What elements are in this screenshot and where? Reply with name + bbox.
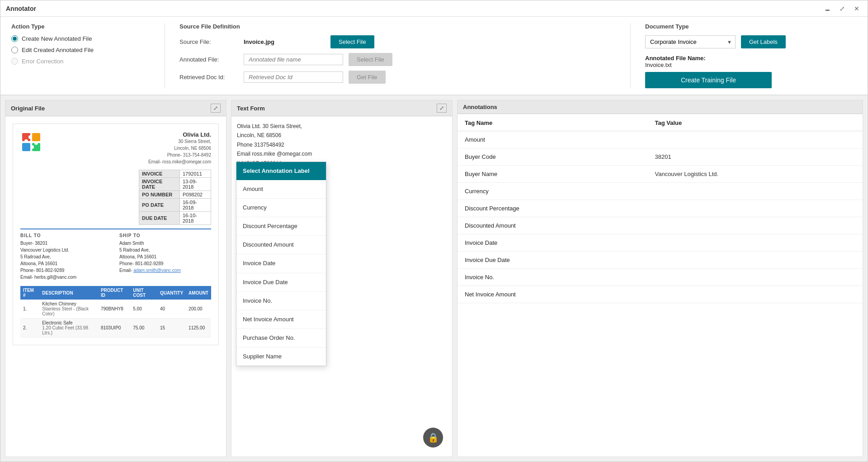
- radio-edit[interactable]: Edit Created Annotated File: [11, 47, 150, 53]
- company-info: 30 Sierra Street, Lincoln, NE 68506 Phon…: [148, 138, 211, 165]
- annotation-dropdown: Select Annotation Label Amount Currency …: [236, 162, 326, 366]
- annotation-tag-name: Buyer Code: [458, 148, 647, 166]
- radio-edit-label: Edit Created Annotated File: [22, 47, 94, 53]
- col-item: ITEM #: [20, 286, 39, 300]
- annotation-row: Buyer NameVancouver Logistics Ltd.: [458, 166, 863, 183]
- dropdown-item-invoice-due-date[interactable]: Invoice Due Date: [236, 273, 326, 292]
- annotation-row: Invoice Due Date: [458, 252, 863, 269]
- annotation-row: Discount Percentage: [458, 200, 863, 217]
- bill-to-title: BILL TO: [20, 233, 112, 238]
- get-labels-button[interactable]: Get Labels: [741, 35, 786, 48]
- annotations-table: Tag Name Tag Value AmountBuyer Code38201…: [458, 114, 863, 303]
- text-form-expand-button[interactable]: ⤢: [437, 104, 447, 113]
- maximize-button[interactable]: ⤢: [837, 4, 848, 13]
- dropdown-item-net-invoice[interactable]: Net Invoice Amount: [236, 310, 326, 329]
- dropdown-item-invoice-no[interactable]: Invoice No.: [236, 292, 326, 310]
- svg-point-4: [28, 135, 32, 139]
- text-form-panel: Text Form ⤢ Olivia Ltd. 30 Sierra Street…: [231, 100, 453, 457]
- annotation-row: Invoice Date: [458, 234, 863, 252]
- annotation-tag-name: Net Invoice Amount: [458, 286, 647, 303]
- source-file-label: Source File:: [179, 38, 238, 45]
- title-bar: Annotator 🗕 ⤢ ✕: [0, 0, 868, 17]
- dropdown-header: Select Annotation Label: [236, 162, 326, 180]
- annotations-title: Annotations: [463, 104, 497, 110]
- minimize-button[interactable]: 🗕: [821, 4, 833, 13]
- radio-error[interactable]: Error Correction: [11, 58, 150, 65]
- annotation-row: Buyer Code38201: [458, 148, 863, 166]
- annotations-panel: Annotations Tag Name Tag Value AmountBuy…: [457, 100, 863, 457]
- get-file-button: Get File: [349, 71, 386, 84]
- annotation-row: Discounted Amount: [458, 217, 863, 234]
- source-file-value: Invoice.jpg: [244, 38, 325, 45]
- col-product: PRODUCT ID: [98, 286, 130, 300]
- close-button[interactable]: ✕: [851, 4, 862, 13]
- radio-create[interactable]: Create New Annotated File: [11, 35, 150, 42]
- annotation-tag-name: Discounted Amount: [458, 217, 647, 234]
- annotated-file-input[interactable]: [244, 54, 343, 65]
- create-training-file-button[interactable]: Create Training File: [645, 72, 772, 88]
- action-type-section: Action Type Create New Annotated File Ed…: [11, 23, 165, 88]
- radio-create-input[interactable]: [11, 35, 18, 42]
- retrieved-doc-input[interactable]: [244, 71, 343, 83]
- source-file-section: Source File Definition Source File: Invo…: [165, 23, 631, 88]
- annotated-file-label: Annotated File:: [179, 56, 238, 63]
- app-title: Annotator: [6, 5, 36, 12]
- annotation-tag-name: Invoice Date: [458, 234, 647, 252]
- annotation-tag-name: Invoice No.: [458, 269, 647, 286]
- annotation-tag-value: [647, 131, 863, 148]
- annotation-tag-value: [647, 269, 863, 286]
- doc-type-row: Corporate Invoice Purchase Order Receipt…: [645, 35, 857, 48]
- source-file-def-label: Source File Definition: [179, 23, 616, 30]
- col-unit: UNIT COST: [130, 286, 157, 300]
- window-controls: 🗕 ⤢ ✕: [821, 4, 862, 13]
- retrieved-doc-row: Retrieved Doc Id: Get File: [179, 71, 616, 84]
- col-tag-value: Tag Value: [647, 114, 863, 131]
- col-qty: QUANTITY: [157, 286, 186, 300]
- company-name: Olivia Ltd.: [148, 131, 211, 138]
- ship-to-title: SHIP TO: [119, 233, 211, 238]
- text-form-title: Text Form: [237, 105, 265, 112]
- col-desc: DESCRIPTION: [39, 286, 98, 300]
- annotation-tag-value: [647, 286, 863, 303]
- bill-to-info: Buyer- 38201 Vancouver Logistics Ltd. 5 …: [20, 240, 112, 281]
- original-file-panel-header: Original File ⤢: [5, 100, 226, 116]
- original-file-expand-button[interactable]: ⤢: [211, 104, 221, 113]
- annotation-row: Amount: [458, 131, 863, 148]
- annotation-row: Net Invoice Amount: [458, 286, 863, 303]
- dropdown-item-invoice-date[interactable]: Invoice Date: [236, 254, 326, 273]
- bill-ship-row: BILL TO Buyer- 38201 Vancouver Logistics…: [20, 233, 211, 281]
- annotated-file-name-label: Annotated File Name:: [645, 55, 706, 62]
- select-annotated-file-button: Select File: [349, 53, 392, 66]
- annotation-tag-value: [647, 217, 863, 234]
- invoice-number-table: INVOICE1792011 INVOICE DATE13-09-2018 PO…: [139, 170, 211, 225]
- ship-to-section: SHIP TO Adam Smith 5 Railroad Ave, Altoo…: [119, 233, 211, 281]
- annotation-tag-name: Buyer Name: [458, 166, 647, 183]
- doc-type-select[interactable]: Corporate Invoice Purchase Order Receipt: [645, 35, 736, 48]
- annotation-tag-name: Invoice Due Date: [458, 252, 647, 269]
- radio-edit-input[interactable]: [11, 47, 18, 53]
- annotated-file-row: Annotated File: Select File: [179, 53, 616, 66]
- document-type-label: Document Type: [645, 23, 857, 30]
- lock-button[interactable]: 🔒: [423, 428, 443, 448]
- dropdown-item-discount-pct[interactable]: Discount Percentage: [236, 217, 326, 236]
- dropdown-item-currency[interactable]: Currency: [236, 199, 326, 217]
- invoice-logo: [20, 131, 42, 153]
- select-source-file-button[interactable]: Select File: [330, 35, 374, 48]
- annotation-tag-name: Currency: [458, 183, 647, 200]
- retrieved-doc-label: Retrieved Doc Id:: [179, 74, 238, 81]
- document-type-section: Document Type Corporate Invoice Purchase…: [631, 23, 857, 88]
- dropdown-item-supplier-name[interactable]: Supplier Name: [236, 348, 326, 366]
- radio-create-label: Create New Annotated File: [22, 35, 92, 42]
- annotation-tag-value: [647, 234, 863, 252]
- annotation-row: Currency: [458, 183, 863, 200]
- text-line: Phone 3137548492: [237, 140, 447, 149]
- original-file-content: Olivia Ltd. 30 Sierra Street, Lincoln, N…: [5, 116, 226, 457]
- doc-type-select-wrapper: Corporate Invoice Purchase Order Receipt…: [645, 35, 736, 48]
- dropdown-item-po-no[interactable]: Purchase Order No.: [236, 329, 326, 348]
- dropdown-item-amount[interactable]: Amount: [236, 180, 326, 199]
- text-line: Olivia Ltd. 30 Sierra Street,: [237, 122, 447, 131]
- svg-point-7: [30, 145, 34, 149]
- radio-error-label: Error Correction: [22, 58, 63, 65]
- dropdown-item-discounted-amount[interactable]: Discounted Amount: [236, 236, 326, 254]
- text-form-content[interactable]: Olivia Ltd. 30 Sierra Street, Lincoln, N…: [231, 116, 452, 457]
